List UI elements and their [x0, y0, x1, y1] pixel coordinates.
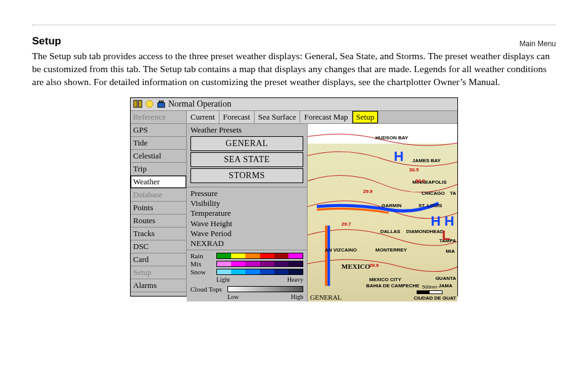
tab-current[interactable]: Current: [187, 111, 219, 123]
sidebar-item-tide[interactable]: Tide: [131, 137, 186, 150]
map-label-chicago: CHICAGO: [422, 190, 445, 196]
sidebar-item-card[interactable]: Card: [131, 253, 186, 266]
high-pressure-icon: H: [394, 149, 404, 165]
param-pressure[interactable]: Pressure: [190, 189, 303, 199]
cloud-scale-high: High: [291, 293, 303, 300]
pressure-297: 29.7: [341, 221, 351, 227]
cloud-scale-low: Low: [227, 293, 239, 300]
high-pressure-icon: H: [431, 213, 441, 229]
top-rule: [32, 25, 556, 25]
sidebar-item-setup[interactable]: Setup: [131, 266, 186, 279]
device-screenshot: Normal Operation Reference GPS Tide Cele…: [130, 97, 458, 297]
map-footer-label: GENERAL: [310, 293, 341, 301]
sidebar-item-alarms[interactable]: Alarms: [131, 279, 186, 292]
map-preview[interactable]: HUDSON BAY JAMES BAY MINNEAPOLIS CHICAGO…: [308, 124, 457, 302]
weather-presets-panel: Weather Presets GENERAL SEA STATE STORMS…: [187, 124, 308, 302]
map-label-mexico-city: MEXICO CITY: [369, 277, 401, 282]
sidebar-item-tracks[interactable]: Tracks: [131, 227, 186, 240]
legend-rain-label: Rain: [190, 252, 213, 260]
pressure-305: 30.5: [409, 167, 419, 173]
svg-rect-6: [162, 100, 163, 103]
map-label-dallas: DALLAS: [380, 229, 400, 234]
sidebar-item-celestial[interactable]: Celestial: [131, 150, 186, 163]
map-label-mexico: MEXICO: [341, 263, 370, 270]
manual-page: Main Menu Setup The Setup sub tab provid…: [0, 25, 588, 381]
map-label-bahia: BAHIA DE CAMPECHE: [366, 283, 419, 289]
tab-bar: Current Forecast Sea Surface Forecast Ma…: [187, 111, 457, 124]
svg-point-2: [146, 100, 153, 107]
low-pressure-icon: L: [442, 227, 450, 244]
svg-rect-1: [138, 100, 142, 107]
precip-scale-low: Light: [216, 276, 230, 283]
sidebar-item-points[interactable]: Points: [131, 202, 186, 215]
section-body: The Setup sub tab provides access to the…: [32, 50, 556, 89]
titlebar: Normal Operation: [131, 98, 457, 111]
titlebar-text: Normal Operation: [168, 99, 231, 109]
map-label-monterrey: MONTERREY: [375, 247, 407, 253]
preset-storms-button[interactable]: STORMS: [190, 168, 303, 183]
sidebar-item-weather[interactable]: Weather: [131, 176, 186, 189]
param-temperature[interactable]: Temperature: [190, 208, 303, 218]
sidebar-item-gps[interactable]: GPS: [131, 124, 186, 137]
cloud-tops-label: Cloud Tops: [190, 285, 224, 293]
precip-legend: Rain Mix: [187, 250, 307, 301]
section-title: Setup: [32, 35, 556, 47]
precip-scale-high: Heavy: [287, 276, 303, 283]
pressure-303: 30.3: [415, 178, 425, 184]
sidebar-item-trip[interactable]: Trip: [131, 163, 186, 176]
map-label-ta: TA: [450, 190, 456, 196]
pressure-299b: 29.9: [369, 263, 379, 268]
svg-rect-5: [161, 100, 162, 103]
map-scale: 500nm: [417, 284, 443, 294]
status-icon-2: [145, 99, 154, 109]
status-icon-3: [157, 99, 166, 109]
map-label-james-bay: JAMES BAY: [412, 158, 441, 163]
map-label-diamondhead: DIAMONDHEAD: [406, 229, 444, 234]
param-visibility[interactable]: Visibility: [190, 199, 303, 208]
param-nexrad[interactable]: NEXRAD: [190, 239, 303, 248]
legend-snow-label: Snow: [190, 268, 213, 276]
status-icon-1: [133, 99, 142, 109]
map-label-hudson-bay: HUDSON BAY: [375, 135, 408, 141]
map-label-garmin: GARMIN: [382, 203, 401, 208]
weather-presets-label: Weather Presets: [187, 124, 307, 136]
tab-sea-surface[interactable]: Sea Surface: [255, 111, 301, 123]
map-label-guanta: GUANTA: [435, 276, 456, 281]
tab-setup[interactable]: Setup: [353, 111, 379, 123]
map-label-st-louis: ST. LOUIS: [419, 203, 442, 208]
tab-forecast[interactable]: Forecast: [219, 111, 255, 123]
cloud-tops-gradient: [227, 286, 303, 292]
map-label-mia: MIA: [446, 248, 455, 254]
preset-general-button[interactable]: GENERAL: [190, 136, 303, 151]
tab-forecast-map[interactable]: Forecast Map: [300, 111, 352, 123]
header-section-label: Main Menu: [520, 39, 556, 48]
param-wave-period[interactable]: Wave Period: [190, 229, 303, 239]
sidebar-item-database[interactable]: Database: [131, 189, 186, 202]
sidebar-item-reference[interactable]: Reference: [131, 111, 186, 124]
parameter-list: Pressure Visibility Temperature Wave Hei…: [187, 187, 307, 250]
sidebar: Reference GPS Tide Celestial Trip Weathe…: [131, 111, 187, 296]
sidebar-item-routes[interactable]: Routes: [131, 215, 186, 227]
sidebar-item-dsc[interactable]: DSC: [131, 240, 186, 253]
snow-color-bar: [216, 269, 303, 275]
param-wave-height[interactable]: Wave Height: [190, 219, 303, 229]
rain-color-bar: [216, 253, 303, 259]
map-label-ciudad-de-guat: CIUDAD DE GUAT: [414, 295, 456, 301]
svg-rect-3: [158, 103, 165, 108]
pressure-299: 29.9: [363, 189, 373, 194]
preset-sea-state-button[interactable]: SEA STATE: [190, 152, 303, 167]
svg-rect-0: [134, 100, 137, 107]
mix-color-bar: [216, 261, 303, 267]
legend-mix-label: Mix: [190, 260, 213, 268]
map-label-vizcaino: AN VIZCAINO: [325, 247, 357, 253]
svg-rect-4: [159, 100, 160, 103]
